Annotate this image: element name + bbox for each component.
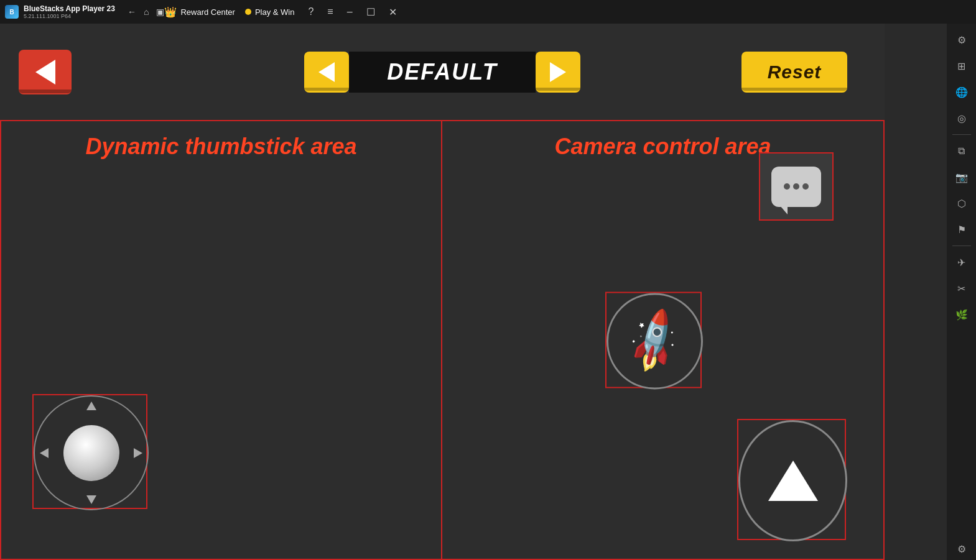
up-circle: [738, 420, 847, 541]
joystick-container[interactable]: [32, 394, 147, 509]
preset-next-button[interactable]: [536, 52, 580, 93]
maximize-button[interactable]: ☐: [363, 5, 379, 19]
toolbar: DEFAULT Reset: [0, 24, 885, 120]
right-sidebar: ⚙ ⊞ 🌐 ◎ ⧉ 📷 ⬡ ⚑ ✈ ✂ 🌿 ⚙: [947, 24, 976, 560]
play-win-dot: [245, 9, 251, 15]
reset-button[interactable]: Reset: [741, 52, 847, 93]
play-win-button[interactable]: Play & Win: [245, 7, 295, 17]
sidebar-icon-circle[interactable]: ◎: [950, 107, 973, 129]
chat-dot-3: [802, 183, 809, 190]
joystick-arrow-down: [86, 495, 96, 504]
sidebar-icon-grid[interactable]: ⊞: [950, 55, 973, 77]
joystick-outer: [34, 395, 149, 510]
joystick-arrow-left: [40, 448, 49, 458]
sidebar-icon-settings[interactable]: ⚙: [950, 29, 973, 51]
sidebar-divider-2: [952, 246, 971, 246]
app-title: BlueStacks App Player 23 5.21.111.1001 P…: [24, 4, 115, 19]
sidebar-icon-gear2[interactable]: ⚙: [950, 538, 973, 560]
chat-bubble: [771, 167, 821, 207]
rocket-circle: 🚀: [607, 293, 703, 390]
right-panel-label: Camera control area: [554, 134, 771, 160]
right-panel: Camera control area 🚀: [442, 120, 885, 560]
up-arrow-icon: [768, 461, 818, 501]
left-panel: Dynamic thumbstick area: [0, 120, 442, 560]
sidebar-icon-layers[interactable]: ⧉: [950, 140, 973, 162]
help-button[interactable]: ?: [304, 5, 317, 19]
minimize-menu-button[interactable]: ≡: [323, 5, 337, 19]
joystick-arrow-up: [86, 402, 96, 410]
chat-container[interactable]: [759, 152, 834, 221]
joystick-arrow-right: [134, 448, 142, 458]
minimize-button[interactable]: –: [343, 5, 356, 19]
sidebar-icon-globe[interactable]: 🌐: [950, 81, 973, 103]
sidebar-icon-camera[interactable]: 📷: [950, 166, 973, 188]
titlebar: B BlueStacks App Player 23 5.21.111.1001…: [0, 0, 976, 24]
sidebar-icon-leaf[interactable]: 🌿: [950, 303, 973, 326]
sidebar-icon-plane[interactable]: ✈: [950, 251, 973, 273]
main-wrapper: DEFAULT Reset Dynamic thumbstick area: [0, 24, 976, 560]
game-area: Dynamic thumbstick area Camera control a…: [0, 120, 885, 560]
app-logo: B: [5, 5, 19, 19]
titlebar-left: B BlueStacks App Player 23 5.21.111.1001…: [0, 4, 164, 19]
close-button[interactable]: ✕: [385, 5, 401, 19]
tab-nav-icon[interactable]: ▣: [156, 7, 164, 17]
sidebar-divider-1: [952, 134, 971, 135]
preset-prev-button[interactable]: [304, 52, 349, 93]
sidebar-icon-flag[interactable]: ⚑: [950, 218, 973, 241]
titlebar-controls: ? ≡ – ☐ ✕: [304, 5, 400, 19]
home-nav-icon[interactable]: ⌂: [144, 7, 149, 17]
back-nav-icon[interactable]: ←: [128, 7, 136, 17]
sidebar-icon-scissors[interactable]: ✂: [950, 277, 973, 300]
sidebar-icon-filter[interactable]: ⬡: [950, 192, 973, 214]
left-panel-label: Dynamic thumbstick area: [85, 134, 356, 160]
up-container[interactable]: [737, 419, 846, 540]
reward-center-label: Reward Center: [180, 7, 235, 17]
preset-label: DEFAULT: [349, 52, 536, 93]
crown-icon: 👑: [164, 6, 177, 18]
main-content: DEFAULT Reset Dynamic thumbstick area: [0, 24, 885, 560]
back-button-shadow: [19, 90, 72, 93]
reward-center-button[interactable]: 👑 Reward Center: [164, 6, 235, 18]
titlebar-right: 👑 Reward Center Play & Win ? ≡ – ☐ ✕: [164, 5, 405, 19]
chat-dot-2: [793, 183, 799, 190]
rocket-icon: 🚀: [617, 305, 692, 379]
joystick-thumb: [63, 425, 119, 481]
next-arrow-icon: [550, 62, 566, 82]
rocket-container[interactable]: 🚀: [605, 292, 702, 388]
back-button[interactable]: [19, 50, 72, 94]
app-name: BlueStacks App Player 23: [24, 4, 115, 13]
preset-selector: DEFAULT: [304, 52, 580, 93]
play-win-label: Play & Win: [255, 7, 295, 17]
app-version: 5.21.111.1001 P64: [24, 13, 115, 19]
chat-dot-1: [784, 183, 790, 190]
titlebar-nav: ← ⌂ ▣: [128, 7, 164, 17]
prev-arrow-icon: [318, 62, 335, 82]
